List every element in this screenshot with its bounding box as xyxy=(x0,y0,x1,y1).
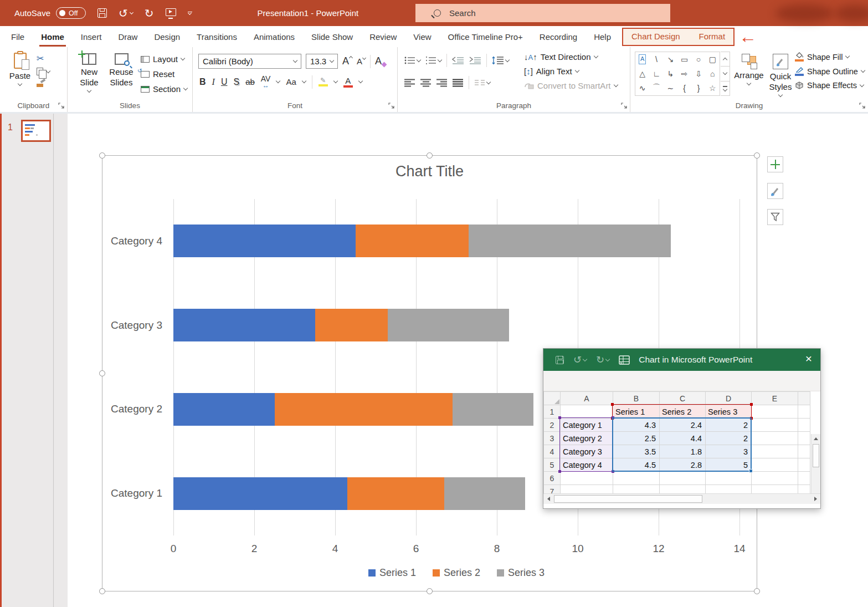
cell-B2[interactable]: 4.3 xyxy=(613,419,660,432)
layout-button[interactable]: Layout xyxy=(141,54,187,64)
cell-E5[interactable] xyxy=(752,458,798,472)
copy-button[interactable] xyxy=(37,68,50,75)
columns-button[interactable] xyxy=(474,79,490,86)
chart-legend[interactable]: Series 1Series 2Series 3 xyxy=(173,567,739,579)
column-header-a[interactable]: A xyxy=(561,392,613,405)
cell-E4[interactable] xyxy=(752,445,798,458)
cell-E2[interactable] xyxy=(752,419,798,432)
bar-segment-series-1-category-2[interactable] xyxy=(173,393,275,426)
bar-segment-series-2-category-4[interactable] xyxy=(356,225,469,257)
bar-segment-series-3-category-2[interactable] xyxy=(453,393,533,426)
italic-button[interactable]: I xyxy=(212,78,215,86)
autosave-toggle[interactable]: Off xyxy=(56,7,86,19)
column-header-b[interactable]: B xyxy=(613,392,660,405)
decrease-indent-button[interactable] xyxy=(452,57,464,64)
line-spacing-button[interactable] xyxy=(492,56,509,65)
bar-segment-series-2-category-2[interactable] xyxy=(275,393,453,426)
spreadsheet[interactable]: ABCDE1Series 1Series 2Series 32Category … xyxy=(543,391,820,493)
tab-file[interactable]: File xyxy=(11,32,24,42)
tab-chart-design[interactable]: Chart Design xyxy=(631,32,680,41)
gallery-scroll-up[interactable] xyxy=(721,52,730,67)
font-dialog-launcher[interactable] xyxy=(388,103,394,109)
start-presentation-button[interactable] xyxy=(166,8,176,18)
chart-elements-button[interactable] xyxy=(767,156,783,172)
tab-design[interactable]: Design xyxy=(154,32,180,42)
quick-styles-button[interactable]: Quick Styles xyxy=(767,54,794,96)
column-header-d[interactable]: D xyxy=(706,392,752,405)
clear-formatting-button[interactable]: A xyxy=(375,55,382,67)
scribble-icon[interactable]: ∿ xyxy=(635,80,649,95)
cell-C7[interactable] xyxy=(660,485,706,494)
left-brace-icon[interactable]: { xyxy=(677,80,691,95)
character-spacing-button[interactable]: AV↔ xyxy=(261,75,271,89)
gallery-expand[interactable] xyxy=(721,81,730,95)
row-header-1[interactable]: 1 xyxy=(544,405,561,419)
align-center-button[interactable] xyxy=(420,79,432,87)
slide-thumbnail[interactable] xyxy=(21,120,51,142)
cell-E3[interactable] xyxy=(752,432,798,445)
tab-home[interactable]: Home xyxy=(41,32,64,42)
column-header-partial[interactable] xyxy=(798,392,810,405)
scroll-right-button[interactable] xyxy=(811,494,820,503)
select-all-corner[interactable] xyxy=(544,392,561,405)
cell-E1[interactable] xyxy=(752,405,798,419)
row-header-2[interactable]: 2 xyxy=(544,419,561,432)
new-slide-button[interactable]: New Slide xyxy=(74,53,104,92)
tab-view[interactable]: View xyxy=(413,32,431,42)
justify-button[interactable] xyxy=(453,79,464,87)
resize-handle-top-middle[interactable] xyxy=(427,152,433,159)
arc-icon[interactable]: ⌒ xyxy=(649,80,663,95)
editor-titlebar[interactable]: ↺ ↻ Chart in Microsoft PowerPoint × xyxy=(543,349,820,371)
change-case-button[interactable]: Aa xyxy=(286,78,296,86)
cell-A4[interactable]: Category 3 xyxy=(561,445,613,458)
text-highlight-button[interactable]: ✎ xyxy=(319,77,328,86)
cell-D6[interactable] xyxy=(706,472,752,485)
elbow-arrow-icon[interactable]: ↳ xyxy=(664,67,677,80)
cell-C2[interactable]: 2.4 xyxy=(660,419,706,432)
vertical-scroll-thumb[interactable] xyxy=(813,444,819,467)
rectangle-icon[interactable]: ▭ xyxy=(677,52,691,67)
chart-title[interactable]: Chart Title xyxy=(102,163,757,180)
drawing-dialog-launcher[interactable] xyxy=(859,103,865,109)
align-right-button[interactable] xyxy=(436,79,448,87)
editor-undo-button[interactable]: ↺ xyxy=(573,354,587,366)
font-color-button[interactable]: A xyxy=(343,76,353,88)
reuse-slides-button[interactable]: Reuse Slides xyxy=(106,53,136,88)
horizontal-scrollbar[interactable] xyxy=(543,493,820,504)
increase-font-size-button[interactable]: A xyxy=(342,55,352,67)
scroll-left-button[interactable] xyxy=(544,494,553,503)
resize-handle-middle-left[interactable] xyxy=(99,370,105,376)
bullets-button[interactable] xyxy=(404,56,420,65)
tab-draw[interactable]: Draw xyxy=(118,32,137,42)
cell-partial-1[interactable] xyxy=(798,405,810,419)
cut-button[interactable]: ✂ xyxy=(37,54,44,63)
chart-filters-button[interactable] xyxy=(767,209,783,225)
editor-close-button[interactable]: × xyxy=(805,352,812,365)
numbering-button[interactable] xyxy=(425,56,441,65)
cell-A1[interactable] xyxy=(561,405,613,419)
bar-segment-series-2-category-3[interactable] xyxy=(315,309,388,341)
strikethrough-button[interactable]: ab xyxy=(245,78,255,86)
rounded-rectangle-icon[interactable]: ▢ xyxy=(706,52,720,67)
legend-item-series-3[interactable]: Series 3 xyxy=(497,567,545,579)
cell-E6[interactable] xyxy=(752,472,798,485)
cell-B7[interactable] xyxy=(613,485,660,494)
paste-button[interactable]: Paste xyxy=(6,53,34,85)
cell-D5[interactable]: 5 xyxy=(706,458,752,472)
vertical-scrollbar[interactable] xyxy=(811,434,820,493)
cell-C4[interactable]: 1.8 xyxy=(660,445,706,458)
cell-A7[interactable] xyxy=(561,485,613,494)
edit-in-excel-button[interactable] xyxy=(619,355,630,365)
legend-item-series-2[interactable]: Series 2 xyxy=(433,567,480,579)
legend-item-series-1[interactable]: Series 1 xyxy=(368,567,416,579)
align-left-button[interactable] xyxy=(404,79,415,87)
gallery-scroll-down[interactable] xyxy=(721,67,730,81)
search-box[interactable]: Search xyxy=(415,4,670,22)
cell-partial-6[interactable] xyxy=(798,472,810,485)
right-brace-icon[interactable]: } xyxy=(691,80,705,95)
decrease-font-size-button[interactable]: A xyxy=(357,57,366,66)
oval-icon[interactable]: ○ xyxy=(691,52,705,67)
curve-icon[interactable]: ∼ xyxy=(664,80,677,95)
column-header-e[interactable]: E xyxy=(752,392,798,405)
cell-partial-3[interactable] xyxy=(798,432,810,445)
